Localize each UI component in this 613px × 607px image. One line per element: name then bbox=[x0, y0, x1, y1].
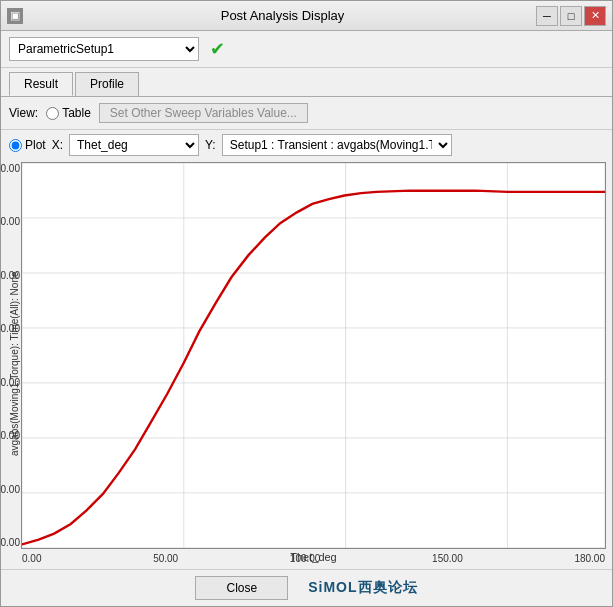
main-window: ▣ Post Analysis Display ─ □ ✕ Parametric… bbox=[0, 0, 613, 607]
plot-row: Plot X: Thet_deg Y: Setup1 : Transient :… bbox=[1, 130, 612, 160]
table-label: Table bbox=[62, 106, 91, 120]
footer: Close SiMOL西奥论坛 bbox=[1, 569, 612, 606]
confirm-icon[interactable]: ✔ bbox=[205, 37, 229, 61]
close-button[interactable]: Close bbox=[195, 576, 288, 600]
maximize-button[interactable]: □ bbox=[560, 6, 582, 26]
y-tick-3: 30.00 bbox=[0, 377, 20, 388]
plot-radio[interactable] bbox=[9, 139, 22, 152]
x-tick-3: 150.00 bbox=[432, 553, 463, 564]
view-label: View: bbox=[9, 106, 38, 120]
data-curve bbox=[22, 191, 605, 545]
setup-dropdown[interactable]: ParametricSetup1 bbox=[9, 37, 199, 61]
x-label: X: bbox=[52, 138, 63, 152]
tabs-bar: Result Profile bbox=[1, 68, 612, 97]
table-radio[interactable] bbox=[46, 107, 59, 120]
chart-inner: 70.00 60.00 50.00 40.00 30.00 20.00 10.0… bbox=[21, 162, 606, 565]
x-tick-2: 100.00 bbox=[290, 553, 321, 564]
brand-logo: SiMOL西奥论坛 bbox=[308, 579, 417, 597]
x-ticks: 0.00 50.00 100.00 150.00 180.00 bbox=[22, 553, 605, 564]
y-tick-6: 60.00 bbox=[0, 216, 20, 227]
toolbar: ParametricSetup1 ✔ bbox=[1, 31, 612, 68]
chart-svg bbox=[22, 163, 605, 548]
x-tick-4: 180.00 bbox=[574, 553, 605, 564]
y-tick-4: 40.00 bbox=[0, 323, 20, 334]
window-controls: ─ □ ✕ bbox=[536, 6, 606, 26]
chart-plot: 70.00 60.00 50.00 40.00 30.00 20.00 10.0… bbox=[21, 162, 606, 549]
sweep-btn[interactable]: Set Other Sweep Variables Value... bbox=[99, 103, 308, 123]
y-ticks: 70.00 60.00 50.00 40.00 30.00 20.00 10.0… bbox=[0, 163, 20, 548]
tab-result[interactable]: Result bbox=[9, 72, 73, 96]
window-icon: ▣ bbox=[7, 8, 23, 24]
x-axis-select[interactable]: Thet_deg bbox=[69, 134, 199, 156]
y-axis-select[interactable]: Setup1 : Transient : avgabs(Moving1.Torq… bbox=[222, 134, 452, 156]
title-bar: ▣ Post Analysis Display ─ □ ✕ bbox=[1, 1, 612, 31]
y-tick-2: 20.00 bbox=[0, 430, 20, 441]
minimize-button[interactable]: ─ bbox=[536, 6, 558, 26]
y-tick-1: 10.00 bbox=[0, 484, 20, 495]
tab-profile[interactable]: Profile bbox=[75, 72, 139, 96]
y-tick-0: 0.00 bbox=[0, 537, 20, 548]
chart-area: avgabs(Moving1.Torque): Time(All): None … bbox=[1, 160, 612, 569]
chart-container: avgabs(Moving1.Torque): Time(All): None … bbox=[7, 162, 606, 565]
window-close-button[interactable]: ✕ bbox=[584, 6, 606, 26]
x-tick-0: 0.00 bbox=[22, 553, 41, 564]
y-tick-7: 70.00 bbox=[0, 163, 20, 174]
plot-label: Plot bbox=[25, 138, 46, 152]
table-radio-option[interactable]: Table bbox=[46, 106, 91, 120]
y-tick-5: 50.00 bbox=[0, 270, 20, 281]
x-tick-1: 50.00 bbox=[153, 553, 178, 564]
plot-radio-option[interactable]: Plot bbox=[9, 138, 46, 152]
view-row: View: Table Set Other Sweep Variables Va… bbox=[1, 97, 612, 130]
y-label: Y: bbox=[205, 138, 216, 152]
window-title: Post Analysis Display bbox=[29, 8, 536, 23]
